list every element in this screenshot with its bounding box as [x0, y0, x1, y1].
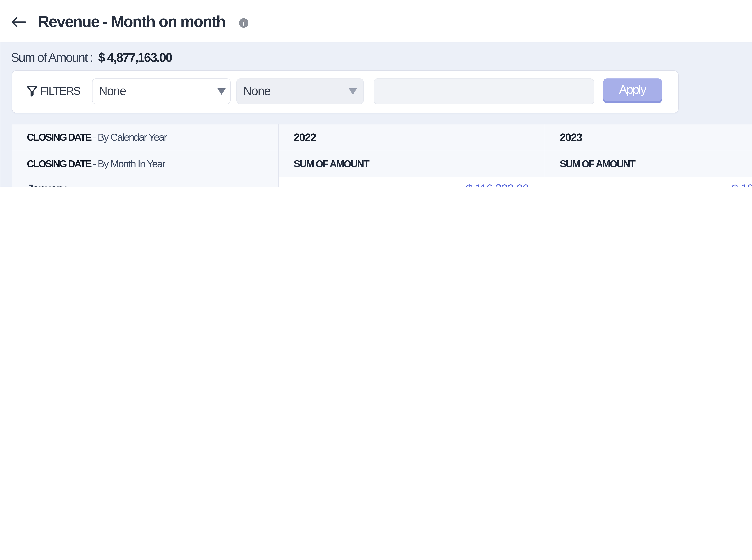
svg-text:i: i [243, 19, 245, 27]
